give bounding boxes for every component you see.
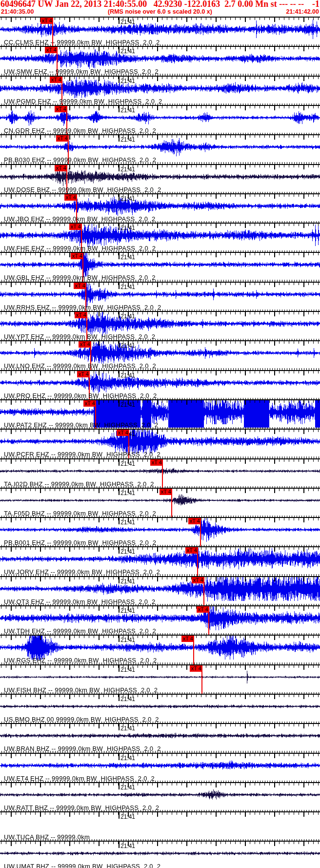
- phase-pick-marker[interactable]: xT 4: [56, 135, 69, 142]
- station-label: UW.UMAT BHZ -- 99999.0km BW HIGHPASS 2.0…: [4, 863, 160, 868]
- station-label: UW.FISH BHZ -- 99999.0km BW HIGHPASS 2.0…: [4, 686, 158, 694]
- station-label: UW.ET4 EHZ -- 99999.0km BW HIGHPASS 2.0 …: [4, 775, 155, 782]
- phase-pick-marker[interactable]: xT 4: [192, 577, 204, 583]
- phase-pick-marker[interactable]: xT 4: [40, 18, 53, 24]
- station-label: UW.RATT BHZ -- 99999.0km BW HIGHPASS 2.0…: [4, 804, 159, 811]
- minute-tick-label: 21:41: [120, 607, 135, 614]
- minute-tick-label: 21:41: [120, 136, 135, 143]
- station-label: UW.PAT2 EHZ -- 99999.0km BW HIGHPASS 2.0…: [4, 421, 158, 429]
- phase-pick-marker[interactable]: xT 4: [64, 194, 77, 201]
- station-label: UW.SMW EHZ -- 99999.0km BW HIGHPASS 2.0 …: [4, 68, 159, 75]
- event-flag: -1: [312, 0, 320, 8]
- phase-pick-marker[interactable]: xT 4: [117, 430, 129, 436]
- station-label: UW.RRHS EHZ -- 99999.0km BW HIGHPASS 2.0…: [4, 304, 161, 311]
- station-label: PB.B001 EHZ -- 99999.0km BW HIGHPASS 2.0…: [4, 539, 156, 546]
- minute-tick-label: 21:41: [120, 166, 135, 173]
- minute-tick-label: 21:41: [120, 813, 135, 820]
- trace-row: 21:41UW.TDH EHZ -- 99999.0km BW HIGHPASS…: [0, 605, 320, 635]
- trace-row: 21:41UW.PCFR EHZ -- 99999.0km BW HIGHPAS…: [0, 429, 320, 458]
- station-label: TA.I02D BHZ -- 99999.0km BW HIGHPASS 2.0…: [4, 480, 154, 488]
- event-id-origin: 60496647 UW Jan 22, 2013 21:40:55.00 42.…: [0, 0, 304, 8]
- trace-row: 21:41CN.GDR EHZ -- 99999.0km BW HIGHPASS…: [0, 105, 320, 135]
- phase-pick-marker[interactable]: xT 4: [74, 283, 86, 289]
- minute-tick-label: 21:41: [120, 725, 135, 732]
- trace-row: 21:41UW.RGS EHZ -- 99999.0km BW HIGHPASS…: [0, 635, 320, 664]
- trace-row: 21:41UW.YPT EHZ -- 99999.0km BW HIGHPASS…: [0, 311, 320, 341]
- station-label: TA.F05D BHZ -- 99999.0km BW HIGHPASS 2.0…: [4, 510, 156, 517]
- phase-pick-marker[interactable]: xT 4: [79, 341, 91, 348]
- station-label: UW.QT3 EHZ -- 99999.0km BW HIGHPASS 2.0 …: [4, 598, 156, 605]
- minute-tick-label: 21:41: [120, 19, 135, 25]
- station-label: UW.PGMD EHZ -- 99999.0km BW HIGHPASS 2.0…: [4, 98, 162, 105]
- scaling-note: (RMS noise over 6.0 s scaled 20.0 x): [108, 8, 212, 16]
- minute-tick-label: 21:41: [120, 195, 135, 202]
- phase-pick-marker[interactable]: xT 4: [150, 459, 163, 466]
- station-label: CC.CLMS EHZ -- 99999.0km BW HIGHPASS 2.0…: [4, 39, 160, 46]
- window-end-time: 21:41:42.00: [286, 8, 319, 16]
- minute-tick-label: 21:41: [120, 490, 135, 496]
- minute-tick-label: 21:41: [120, 666, 135, 673]
- window-start-time: 21:40:35.00: [1, 8, 34, 16]
- phase-pick-marker[interactable]: xT 4: [188, 518, 201, 524]
- trace-list: 21:41CC.CLMS EHZ -- 99999.0km BW HIGHPAS…: [0, 17, 320, 868]
- minute-tick-label: 21:41: [120, 284, 135, 290]
- phase-pick-marker[interactable]: xT 4: [77, 371, 90, 377]
- minute-tick-label: 21:41: [120, 637, 135, 643]
- minute-tick-label: 21:41: [120, 843, 135, 849]
- phase-pick-marker[interactable]: xT 4: [181, 636, 194, 642]
- trace-row: 21:41TA.F05D BHZ -- 99999.0km BW HIGHPAS…: [0, 488, 320, 517]
- trace-row: 21:41TA.I02D BHZ -- 99999.0km BW HIGHPAS…: [0, 458, 320, 488]
- phase-pick-marker[interactable]: xT 4: [160, 489, 172, 495]
- minute-tick-label: 21:41: [120, 548, 135, 555]
- station-label: UW.GBL EHZ -- 99999.0km BW HIGHPASS 2.0 …: [4, 274, 156, 281]
- minute-tick-label: 21:41: [120, 225, 135, 231]
- phase-pick-marker[interactable]: xT 4: [71, 253, 83, 259]
- phase-pick-marker[interactable]: xT 4: [185, 547, 198, 554]
- trace-row: 21:41PB.B030 EHZ -- 99999.0km BW HIGHPAS…: [0, 134, 320, 164]
- trace-row: 21:41UW.JBO EHZ -- 99999.0km BW HIGHPASS…: [0, 193, 320, 223]
- trace-row: 21:41UW.JORV EHZ -- 99999.0km BW HIGHPAS…: [0, 546, 320, 576]
- phase-pick-marker[interactable]: xT 4: [75, 312, 87, 318]
- trace-row: 21:41UW.PAT2 EHZ -- 99999.0km BW HIGHPAS…: [0, 399, 320, 429]
- trace-row: 21:41CC.CLMS EHZ -- 99999.0km BW HIGHPAS…: [0, 17, 320, 46]
- phase-pick-marker[interactable]: xT 4: [190, 665, 202, 672]
- trace-row: 21:41UW.RRHS EHZ -- 99999.0km BW HIGHPAS…: [0, 282, 320, 311]
- trace-row: 21:41UW.UMAT BHZ -- 99999.0km BW HIGHPAS…: [0, 841, 320, 868]
- station-label: UW.DOSE BHZ -- 99999.0km BW HIGHPASS 2.0…: [4, 186, 161, 193]
- phase-pick-marker[interactable]: xT 4: [55, 165, 67, 171]
- phase-pick-marker[interactable]: xT 4: [69, 224, 82, 230]
- phase-pick-marker[interactable]: xT 4: [83, 400, 96, 407]
- station-label: UW.PCFR EHZ -- 99999.0km BW HIGHPASS 2.0…: [4, 451, 160, 458]
- trace-row: 21:41UW.LNO EHZ -- 99999.0km BW HIGHPASS…: [0, 340, 320, 370]
- phase-pick-marker[interactable]: xT 4: [197, 606, 209, 613]
- trace-row: 21:41UW.ET4 EHZ -- 99999.0km BW HIGHPASS…: [0, 753, 320, 783]
- trace-row: 21:41UW.BRAN BHZ -- 99999.0km BW HIGHPAS…: [0, 723, 320, 753]
- minute-tick-label: 21:41: [120, 460, 135, 467]
- minute-tick-label: 21:41: [120, 519, 135, 526]
- window-time-line: 21:40:35.00 (RMS noise over 6.0 s scaled…: [0, 8, 320, 16]
- trace-row: 21:41PB.B001 EHZ -- 99999.0km BW HIGHPAS…: [0, 517, 320, 547]
- trace-row: 21:41UW.FHE EHZ -- 99999.0km BW HIGHPASS…: [0, 223, 320, 252]
- station-label: UW.FHE EHZ -- 99999.0km BW HIGHPASS 2.0 …: [4, 245, 156, 252]
- trace-row: 21:41UW.DOSE BHZ -- 99999.0km BW HIGHPAS…: [0, 164, 320, 194]
- minute-tick-label: 21:41: [120, 342, 135, 349]
- minute-tick-label: 21:41: [120, 696, 135, 703]
- phase-pick-marker[interactable]: xT 4: [45, 47, 58, 53]
- station-label: UW.RGS EHZ -- 99999.0km BW HIGHPASS 2.0 …: [4, 657, 157, 664]
- station-label: PB.B030 EHZ -- 99999.0km BW HIGHPASS 2.0…: [4, 156, 156, 164]
- station-label: UW.PRO EHZ -- 99999.0km BW HIGHPASS 2.0 …: [4, 392, 157, 399]
- phase-pick-marker[interactable]: xT 4: [55, 106, 67, 112]
- phase-pick-marker[interactable]: xT 4: [50, 77, 62, 83]
- station-label: CN.GDR EHZ -- 99999.0km BW HIGHPASS 2.0 …: [4, 127, 156, 134]
- trace-row: 21:41UW.TUCA BHZ -- 99999.0km: [0, 811, 320, 841]
- seismogram-viewer: { "header": { "line1_left": "60496647 UW…: [0, 0, 320, 868]
- minute-tick-label: 21:41: [120, 372, 135, 379]
- trace-row: 21:41UW.GBL EHZ -- 99999.0km BW HIGHPASS…: [0, 252, 320, 282]
- station-label: UW.YPT EHZ -- 99999.0km BW HIGHPASS 2.0 …: [4, 333, 155, 340]
- minute-tick-label: 21:41: [120, 78, 135, 84]
- station-label: UW.LNO EHZ -- 99999.0km BW HIGHPASS 2.0 …: [4, 362, 156, 370]
- trace-row: 21:41UW.PRO EHZ -- 99999.0km BW HIGHPASS…: [0, 370, 320, 400]
- minute-tick-label: 21:41: [120, 401, 135, 408]
- minute-tick-label: 21:41: [120, 578, 135, 585]
- trace-row: 21:41UW.PGMD EHZ -- 99999.0km BW HIGHPAS…: [0, 76, 320, 105]
